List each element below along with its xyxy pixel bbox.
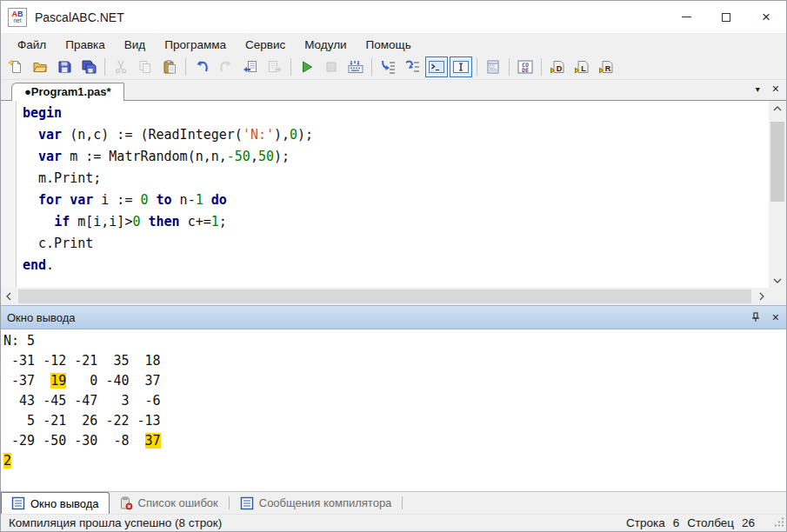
open-folder-icon [32,59,48,75]
chevron-right-icon [759,292,764,301]
app-window: AB net PascalABC.NET × ФайлПравкаВидПрог… [0,0,787,532]
output-line: 5 -21 26 -22 -13 [3,411,786,431]
menu-modules[interactable]: Модули [295,36,356,54]
svg-text:L: L [581,64,586,73]
resize-grip[interactable] [774,516,784,529]
code-editor-text[interactable]: begin var (n,c) := (ReadInteger('N:'),0)… [17,101,313,288]
toolbar-separator [290,58,291,76]
tab-compiler-messages[interactable]: Сообщения компилятора [230,492,402,514]
tab-output[interactable]: Окно вывода [1,492,110,514]
toolbar-separator [477,58,477,76]
output-panel-title: Окно вывода [7,311,739,324]
redo-icon [218,59,234,75]
clipboard-error-icon [119,496,133,510]
step-into-button[interactable] [377,57,399,77]
undo-button[interactable] [190,57,213,77]
menu-service[interactable]: Сервис [236,36,295,54]
toolbar-separator [541,58,542,76]
paste-icon [162,59,177,75]
save-all-icon [81,59,97,75]
scroll-up-button[interactable] [769,101,786,116]
output-line: -37 19 0 -40 37 [3,371,786,391]
console-window-button[interactable] [425,57,448,77]
list-blue-icon [11,496,25,510]
step-over-button[interactable] [401,57,424,77]
save-all-button[interactable] [77,57,100,77]
doc-l-button[interactable]: L [570,57,593,77]
tab-list-dropdown-icon[interactable]: ▾ [756,84,760,94]
paste-button[interactable] [158,57,181,77]
cut-icon [113,59,129,75]
minimize-button[interactable] [666,1,706,33]
horizontal-scroll-thumb[interactable] [18,289,751,303]
menu-help[interactable]: Помощь [357,36,421,54]
keyboard-button[interactable] [344,57,367,77]
toolbar-separator [371,58,372,76]
highlighted-value: 37 [145,433,161,449]
highlighted-value: 19 [50,373,66,389]
menu-view[interactable]: Вид [115,36,155,54]
vertical-scrollbar[interactable] [769,101,786,288]
column-label: Столбец [687,516,734,529]
tab-program1[interactable]: ●Program1.pas* [11,83,124,101]
tab-label: Окно вывода [30,497,99,510]
close-panel-button[interactable]: × [772,311,779,323]
scroll-right-button[interactable] [754,288,769,305]
document-tab-strip: ●Program1.pas* ▾ × [1,80,786,101]
menu-program[interactable]: Программа [155,36,236,54]
code-line: if m[i,i]>0 then c+=1; [23,211,313,233]
redo-button [215,57,237,77]
code-line: end. [23,255,313,276]
title-bar: AB net PascalABC.NET × [1,1,786,34]
goto-next-icon [267,59,283,75]
bottom-tab-bar: Окно выводаСписок ошибокСообщения компил… [1,491,786,514]
new-file-button[interactable] [4,57,27,77]
tab-close-icon[interactable]: × [772,82,779,96]
line-value: 6 [673,516,680,529]
scrollbar-corner [769,288,786,305]
copy-button [134,57,157,77]
menu-edit[interactable]: Правка [56,36,115,54]
horizontal-scrollbar[interactable] [1,288,769,305]
doc-r-button[interactable]: R [595,57,617,77]
status-bar: Компиляция прошла успешно (8 строк) Стро… [1,514,786,531]
console-window-icon [428,59,445,75]
save-icon [57,59,72,75]
scroll-down-button[interactable] [769,273,786,288]
svg-text:DE: DE [522,67,529,74]
goto-next-button [263,57,286,77]
maximize-icon [722,13,730,22]
caret-window-button[interactable] [450,57,472,77]
form-view-button[interactable] [482,57,504,77]
chevron-up-icon [773,106,782,111]
maximize-button[interactable] [706,1,746,33]
vertical-scroll-thumb[interactable] [770,122,784,202]
tab-label: Сообщения компилятора [259,496,392,509]
pin-panel-button[interactable] [750,311,762,323]
run-button[interactable] [296,57,318,77]
output-line: -29 -50 -30 -8 37 [3,431,786,451]
doc-d-button[interactable]: D [546,57,569,77]
open-folder-button[interactable] [29,57,51,77]
editor-area: begin var (n,c) := (ReadInteger('N:'),0)… [1,101,786,305]
close-button[interactable]: × [746,1,786,33]
caret-window-icon [452,59,470,75]
goto-prev-button[interactable] [239,57,262,77]
output-console[interactable]: N: 5 -31 -12 -21 35 18 -37 19 0 -40 37 4… [1,329,786,491]
column-value: 26 [742,516,755,529]
highlighted-value: 2 [3,453,11,469]
menu-file[interactable]: Файл [8,36,56,54]
code-line: var m := MatrRandom(n,n,-50,50); [23,146,313,168]
editor-gutter [1,101,17,288]
code-editor[interactable]: begin var (n,c) := (ReadInteger('N:'),0)… [1,101,769,288]
code-view-button[interactable]: CODE [514,57,537,77]
menu-bar: ФайлПравкаВидПрограммаСервисМодулиПомощь [1,34,786,55]
save-button[interactable] [53,57,76,77]
svg-text:R: R [605,64,611,73]
code-view-icon: CODE [517,59,534,75]
window-controls: × [666,1,786,33]
scroll-left-button[interactable] [1,288,16,305]
grip-dots-icon [774,516,784,527]
tab-error-list[interactable]: Список ошибок [110,492,228,514]
form-view-icon [485,59,501,75]
